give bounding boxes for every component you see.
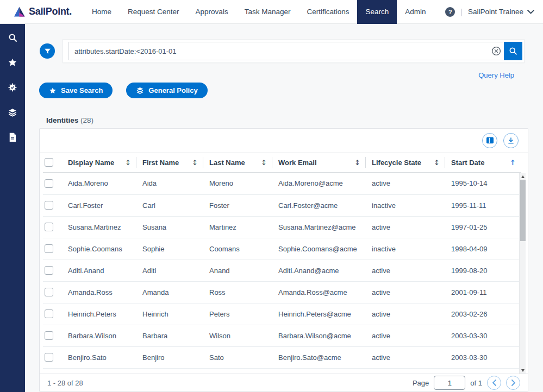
cell-display-name: Amanda.Ross [62, 281, 136, 303]
scroll-down-arrow-icon[interactable] [521, 369, 525, 372]
table-scrollbar[interactable] [519, 173, 526, 374]
previous-page-button[interactable] [487, 376, 501, 390]
cell-work-email: Sophie.Coomans@acme [272, 238, 366, 260]
table-header: Display Name ↕ First Name ↕ Last Name [43, 153, 521, 173]
choose-columns-button[interactable] [482, 133, 497, 148]
search-field [68, 42, 504, 60]
table-row[interactable]: Aida.Moreno Aida Moreno Aida.Moreno@acme… [43, 173, 521, 194]
nav-item-task-manager[interactable]: Task Manager [236, 0, 299, 24]
cell-last-name: Sato [203, 346, 272, 368]
tab-identities[interactable]: Identities (28) [46, 116, 93, 129]
search-input[interactable] [69, 42, 489, 60]
sailpoint-logo[interactable]: SailPoint. [13, 5, 72, 18]
sidebar-item-search[interactable] [0, 25, 25, 50]
row-checkbox[interactable] [45, 201, 53, 210]
row-checkbox[interactable] [45, 179, 53, 188]
clear-search-button[interactable] [489, 43, 504, 59]
chevron-right-icon [511, 380, 516, 386]
sort-both-icon[interactable]: ↕ [354, 159, 360, 167]
help-icon[interactable]: ? [445, 7, 455, 17]
sidebar-item-saved-searches[interactable] [0, 50, 25, 75]
row-checkbox[interactable] [45, 244, 53, 253]
cell-last-name: Foster [203, 194, 272, 216]
col-work-email[interactable]: Work Email ↕ [272, 153, 366, 173]
nav-item-admin[interactable]: Admin [397, 0, 434, 24]
row-checkbox[interactable] [45, 353, 53, 362]
table-row[interactable]: Susana.Martinez Susana Martinez Susana.M… [43, 216, 521, 238]
pagination: Page of 1 [413, 376, 520, 390]
scroll-up-arrow-icon[interactable] [521, 175, 525, 178]
cell-work-email: Susana.Martinez@acme [272, 216, 366, 238]
cell-display-name: Benjiro.Sato [62, 346, 136, 368]
row-checkbox[interactable] [45, 266, 53, 275]
cell-work-email: Carl.Foster@acme [272, 194, 366, 216]
search-submit-button[interactable] [504, 42, 522, 60]
col-start-date[interactable]: Start Date ↑ [445, 153, 521, 173]
nav-item-search[interactable]: Search [357, 0, 397, 24]
cell-lifecycle-state: active [366, 260, 445, 281]
page-number-input[interactable] [434, 376, 465, 390]
col-lifecycle-state-label: Lifecycle State [372, 159, 421, 167]
cell-start-date: 2003-02-26 [445, 303, 521, 325]
query-help-link[interactable]: Query Help [478, 71, 514, 79]
row-checkbox[interactable] [45, 223, 53, 231]
cell-start-date: 2003-03-30 [445, 346, 521, 368]
cell-lifecycle-state: active [366, 216, 445, 238]
cell-display-name: Sophie.Coomans [62, 238, 136, 260]
nav-item-request-center[interactable]: Request Center [120, 0, 188, 24]
save-search-button[interactable]: Save Search [39, 83, 113, 98]
col-last-name-label: Last Name [209, 159, 245, 167]
user-name: SailPoint Trainee [468, 8, 523, 16]
layers-icon [8, 108, 17, 117]
col-last-name[interactable]: Last Name ↕ [203, 153, 272, 173]
sidebar-item-policies[interactable] [0, 100, 25, 125]
tab-identities-count: (28) [80, 116, 93, 124]
sidebar-item-certifications[interactable] [0, 75, 25, 100]
sort-both-icon[interactable]: ↕ [434, 159, 440, 167]
table-row[interactable]: Amanda.Ross Amanda Ross Amanda.Ross@acme… [43, 281, 521, 303]
document-icon [8, 132, 17, 142]
sort-ascending-icon[interactable]: ↑ [510, 159, 516, 167]
cell-display-name: Aditi.Anand [62, 260, 136, 281]
col-lifecycle-state[interactable]: Lifecycle State ↕ [366, 153, 445, 173]
cell-first-name: Carl [136, 194, 203, 216]
table-row[interactable]: Aditi.Anand Aditi Anand Aditi.Anand@acme… [43, 260, 521, 281]
download-results-button[interactable] [503, 133, 519, 148]
general-policy-button[interactable]: General Policy [126, 83, 207, 98]
row-checkbox[interactable] [45, 331, 53, 340]
table-row[interactable]: Heinrich.Peters Heinrich Peters Heinrich… [43, 303, 521, 325]
next-page-button[interactable] [506, 376, 520, 390]
table-row[interactable]: Carl.Foster Carl Foster Carl.Foster@acme… [43, 194, 521, 216]
row-checkbox[interactable] [45, 288, 53, 296]
brand-text: SailPoint. [29, 6, 72, 17]
cell-start-date: 1995-10-14 [445, 173, 521, 194]
sort-both-icon[interactable]: ↕ [261, 159, 267, 167]
cell-lifecycle-state: active [366, 173, 445, 194]
cell-start-date: 2003-03-30 [445, 325, 521, 346]
cell-display-name: Heinrich.Peters [62, 303, 136, 325]
nav-item-approvals[interactable]: Approvals [188, 0, 236, 24]
cell-start-date: 1999-08-20 [445, 260, 521, 281]
sidebar-item-reports[interactable] [0, 125, 25, 150]
cell-work-email: Aditi.Anand@acme [272, 260, 366, 281]
cell-first-name: Barbara [136, 325, 203, 346]
filter-button[interactable] [40, 43, 55, 59]
left-sidebar [0, 24, 25, 392]
select-all-checkbox[interactable] [45, 158, 53, 167]
chevron-left-icon [492, 380, 497, 386]
table-body: Aida.Moreno Aida Moreno Aida.Moreno@acme… [43, 173, 521, 375]
table-row[interactable]: Benjiro.Sato Benjiro Sato Benjiro.Sato@a… [43, 346, 521, 368]
nav-item-certifications[interactable]: Certifications [298, 0, 357, 24]
table-row[interactable]: Barbara.Wilson Barbara Wilson Barbara.Wi… [43, 325, 521, 346]
cell-display-name: Aida.Moreno [62, 173, 136, 194]
sort-both-icon[interactable]: ↕ [125, 159, 131, 167]
row-checkbox[interactable] [45, 309, 53, 318]
table-row[interactable]: Sophie.Coomans Sophie Coomans Sophie.Coo… [43, 238, 521, 260]
col-display-name[interactable]: Display Name ↕ [62, 153, 136, 173]
sort-both-icon[interactable]: ↕ [192, 159, 198, 167]
col-first-name[interactable]: First Name ↕ [136, 153, 203, 173]
nav-item-home[interactable]: Home [84, 0, 120, 24]
user-menu[interactable]: SailPoint Trainee [468, 8, 534, 16]
scrollbar-thumb[interactable] [520, 180, 526, 241]
results-card: Display Name ↕ First Name ↕ Last Name [39, 128, 528, 392]
